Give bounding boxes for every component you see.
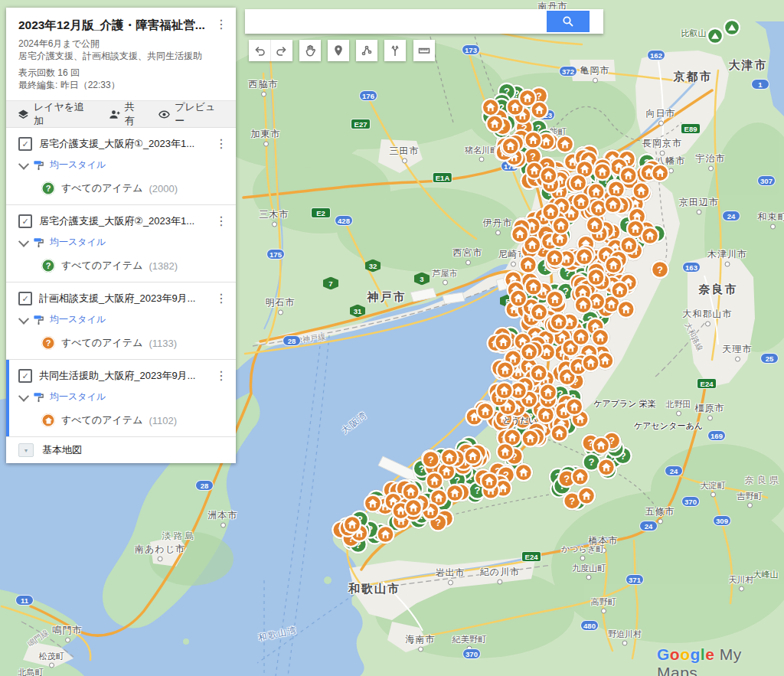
map-marker-house[interactable] xyxy=(376,525,394,544)
map-marker-house[interactable] xyxy=(545,249,564,267)
layer-name[interactable]: 共同生活援助_大阪府_2023年9月... xyxy=(39,369,214,383)
map-marker-house[interactable] xyxy=(586,216,604,234)
layer-menu-button[interactable]: ⋮ xyxy=(214,214,228,228)
layer-name[interactable]: 居宅介護支援_大阪府②_2023年1... xyxy=(39,214,214,228)
map-marker-mountain[interactable] xyxy=(707,28,724,44)
map-marker-house[interactable] xyxy=(518,89,537,107)
layer-items-row[interactable]: すべてのアイテム (1102) xyxy=(41,413,228,427)
map-marker-house[interactable] xyxy=(581,354,599,372)
map-marker-house[interactable] xyxy=(343,515,361,534)
map-marker-house[interactable] xyxy=(521,429,539,447)
map-marker-house[interactable] xyxy=(571,467,590,485)
map-marker-house[interactable] xyxy=(440,448,459,466)
add-directions-button[interactable] xyxy=(384,40,406,61)
map-marker-house[interactable] xyxy=(482,98,500,116)
map-marker-house[interactable] xyxy=(485,114,504,132)
add-marker-button[interactable] xyxy=(328,40,349,61)
draw-line-button[interactable] xyxy=(356,40,377,61)
map-marker-house[interactable] xyxy=(404,498,423,517)
map-marker-house[interactable] xyxy=(572,328,590,346)
map-marker-house[interactable] xyxy=(550,424,568,443)
map-marker-house[interactable] xyxy=(632,181,650,200)
layer-name[interactable]: 計画相談支援_大阪府_2023年9月... xyxy=(39,292,214,305)
map-marker-house[interactable] xyxy=(641,227,659,245)
map-marker-house[interactable] xyxy=(569,174,587,192)
layer-style-row[interactable]: 均一スタイル xyxy=(20,158,228,171)
map-marker-house[interactable] xyxy=(617,300,635,318)
map-marker-house[interactable] xyxy=(591,328,609,347)
map-marker-house[interactable] xyxy=(574,296,593,314)
map-marker-house[interactable] xyxy=(651,164,669,182)
map-marker-house[interactable] xyxy=(496,443,514,461)
share-button[interactable]: 共有 xyxy=(108,100,145,128)
layer-checkbox[interactable]: ✓ xyxy=(18,137,32,151)
map-marker-house[interactable] xyxy=(495,381,514,400)
map-marker-house[interactable] xyxy=(565,397,583,416)
layer-checkbox[interactable]: ✓ xyxy=(18,214,32,228)
map-marker-house[interactable] xyxy=(575,247,593,266)
layer-items-row[interactable]: ? すべてのアイテム (1382) xyxy=(41,259,228,273)
map-marker-house[interactable] xyxy=(572,192,590,211)
map-marker-house[interactable] xyxy=(401,482,420,501)
uniform-style-link[interactable]: 均一スタイル xyxy=(50,236,106,249)
map-marker-house[interactable] xyxy=(494,333,512,351)
search-button[interactable] xyxy=(547,11,590,32)
layer-menu-button[interactable]: ⋮ xyxy=(214,292,228,305)
layer-items-row[interactable]: ? すべてのアイテム (1133) xyxy=(41,336,228,350)
layer-menu-button[interactable]: ⋮ xyxy=(214,369,228,383)
layer-style-row[interactable]: 均一スタイル xyxy=(20,313,228,326)
map-marker-house[interactable] xyxy=(539,166,557,185)
map-marker-house[interactable] xyxy=(604,195,622,214)
map-marker-house[interactable] xyxy=(446,484,464,502)
pan-tool-button[interactable] xyxy=(299,40,321,61)
layer-checkbox[interactable]: ✓ xyxy=(18,292,32,305)
layer-style-row[interactable]: 均一スタイル xyxy=(20,390,228,403)
map-marker-house[interactable] xyxy=(425,472,443,490)
layer-checkbox[interactable]: ✓ xyxy=(18,369,32,383)
base-map-toggle[interactable]: ▼ xyxy=(18,443,34,457)
map-marker-house[interactable] xyxy=(592,436,610,455)
layer-style-row[interactable]: 均一スタイル xyxy=(20,236,228,249)
add-layer-button[interactable]: レイヤを追加 xyxy=(17,100,94,128)
redo-button[interactable] xyxy=(270,40,292,61)
map-marker-house[interactable] xyxy=(556,135,574,153)
map-marker-house[interactable] xyxy=(364,494,382,512)
map-marker-house[interactable] xyxy=(586,268,605,286)
map-marker-house[interactable] xyxy=(476,402,495,420)
map-marker-house[interactable] xyxy=(604,256,622,274)
map-marker-house[interactable] xyxy=(463,447,482,465)
map-marker-mountain[interactable] xyxy=(724,19,740,36)
map-marker-house[interactable] xyxy=(577,486,596,505)
map-marker-house[interactable] xyxy=(496,361,514,379)
map-marker-house[interactable] xyxy=(597,458,616,476)
undo-button[interactable] xyxy=(249,40,270,61)
map-marker-house[interactable] xyxy=(519,256,537,274)
map-title[interactable]: 2023年12月版_介護・障害福祉営... xyxy=(18,18,214,33)
map-marker-question[interactable]: ? xyxy=(651,260,669,279)
map-marker-house[interactable] xyxy=(520,342,538,361)
map-marker-house[interactable] xyxy=(539,383,557,401)
map-marker-house[interactable] xyxy=(509,289,528,307)
last-edited[interactable]: 最終編集: 昨日（22:33） xyxy=(18,79,224,91)
map-marker-house[interactable] xyxy=(546,290,564,309)
uniform-style-link[interactable]: 均一スタイル xyxy=(50,158,106,171)
search-input[interactable] xyxy=(251,11,545,32)
map-marker-house[interactable] xyxy=(524,131,542,149)
layer-menu-button[interactable]: ⋮ xyxy=(214,137,228,151)
map-marker-house[interactable] xyxy=(550,312,568,331)
map-marker-house[interactable] xyxy=(480,472,498,490)
map-marker-house[interactable] xyxy=(593,162,612,181)
map-marker-house[interactable] xyxy=(524,277,543,296)
uniform-style-link[interactable]: 均一スタイル xyxy=(50,313,106,326)
map-marker-house[interactable] xyxy=(514,463,533,482)
layer-items-row[interactable]: ? すべてのアイテム (2000) xyxy=(41,181,228,195)
map-marker-house[interactable] xyxy=(541,202,560,220)
map-marker-house[interactable] xyxy=(501,137,520,155)
map-marker-question[interactable]: ? xyxy=(422,450,440,469)
layer-name[interactable]: 居宅介護支援_大阪府①_2023年1... xyxy=(39,137,214,151)
map-marker-house[interactable] xyxy=(511,225,529,243)
map-menu-button[interactable]: ⋮ xyxy=(214,18,228,31)
preview-button[interactable]: プレビュー xyxy=(158,100,225,128)
map-marker-house[interactable] xyxy=(610,281,629,299)
measure-button[interactable] xyxy=(413,40,435,61)
